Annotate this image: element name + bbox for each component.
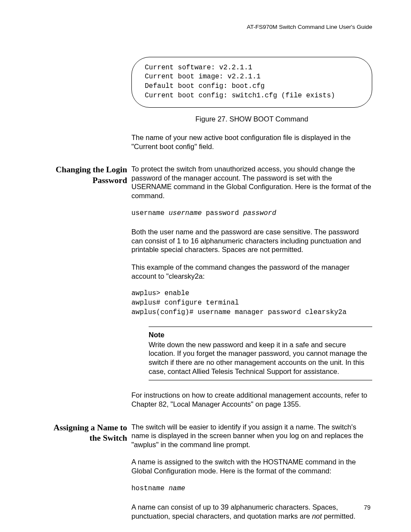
- cmd-text: username: [131, 209, 168, 217]
- cmd-variable: name: [168, 485, 185, 492]
- body-paragraph: For instructions on how to create additi…: [131, 391, 372, 408]
- code-line: awplus(config)# username manager passwor…: [131, 308, 346, 316]
- figure-caption: Figure 27. SHOW BOOT Command: [131, 115, 372, 124]
- body-paragraph: The switch will be easier to identify if…: [131, 423, 372, 449]
- text-run: A name can consist of up to 39 alphanume…: [131, 503, 338, 520]
- code-line: Current boot config: switch1.cfg (file e…: [145, 92, 335, 100]
- side-heading: Assigning a Name to the Switch: [45, 423, 127, 444]
- code-line: awplus> enable: [131, 289, 189, 297]
- emphasis: not: [312, 512, 322, 520]
- cmd-text: hostname: [131, 485, 168, 492]
- note-body: Write down the new password and keep it …: [149, 340, 372, 376]
- note-title: Note: [149, 330, 372, 339]
- body-paragraph: This example of the command changes the …: [131, 263, 372, 280]
- cmd-text: password: [202, 209, 243, 217]
- side-heading: Changing the Login Password: [45, 165, 127, 186]
- command-example: awplus> enable awplus# configure termina…: [131, 289, 372, 317]
- note-box: Note Write down the new password and kee…: [149, 327, 372, 380]
- code-output-box: Current software: v2.2.1.1 Current boot …: [131, 57, 372, 108]
- code-line: Current software: v2.2.1.1: [145, 64, 252, 72]
- body-paragraph: A name can consist of up to 39 alphanume…: [131, 503, 372, 520]
- cmd-variable: password: [243, 209, 276, 217]
- code-line: awplus# configure terminal: [131, 299, 239, 307]
- page-number: 79: [364, 504, 371, 512]
- section-changing-login-password: Changing the Login Password To protect t…: [131, 165, 372, 408]
- command-format: username username password password: [131, 209, 372, 218]
- section-assigning-name: Assigning a Name to the Switch The switc…: [131, 423, 372, 521]
- text-run: permitted.: [322, 512, 355, 520]
- running-header: AT-FS970M Switch Command Line User's Gui…: [47, 24, 372, 31]
- cmd-variable: username: [168, 209, 202, 217]
- command-format: hostname name: [131, 484, 372, 494]
- code-line: Default boot config: boot.cfg: [145, 82, 265, 90]
- body-paragraph: To protect the switch from unauthorized …: [131, 165, 372, 200]
- body-paragraph: Both the user name and the password are …: [131, 227, 372, 254]
- body-paragraph: The name of your new active boot configu…: [131, 133, 372, 151]
- code-line: Current boot image: v2.2.1.1: [145, 73, 261, 81]
- body-paragraph: A name is assigned to the switch with th…: [131, 457, 372, 475]
